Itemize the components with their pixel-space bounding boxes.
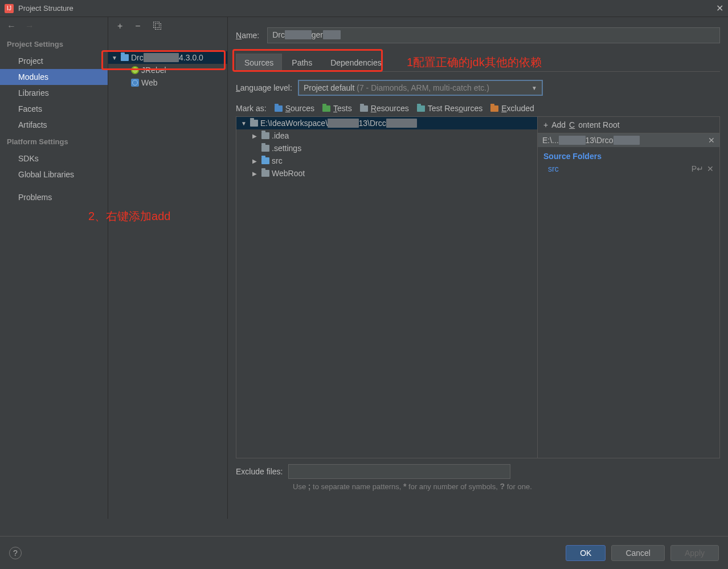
nav-sdks[interactable]: SDKs [0,151,108,166]
remove-root-icon[interactable]: ✕ [708,136,715,145]
nav-artifacts[interactable]: Artifacts [0,117,108,133]
language-level-select[interactable]: Project default (7 - Diamonds, ARM, mult… [298,80,543,96]
expand-arrow-icon[interactable]: ▶ [252,158,259,164]
source-item-settings[interactable]: ▶ .settings [236,142,537,155]
annotation-text-1: 1配置正确的jdk其他的依赖 [407,55,542,70]
source-folders-header: Source Folders [538,147,719,163]
mark-tests[interactable]: Tests [322,104,352,113]
annotation-text-2: 2、右键添加add [88,209,171,224]
nav-libraries[interactable]: Libraries [0,85,108,101]
nav-forward-icon[interactable]: → [25,21,34,31]
tab-paths[interactable]: Paths [283,54,321,71]
excluded-folder-icon [490,105,498,112]
titlebar: IJ Project Structure ✕ [0,0,728,17]
help-icon[interactable]: ? [9,547,22,559]
module-root[interactable]: ▼ Drc________4.3.0.0 [108,51,227,64]
source-item-src[interactable]: ▶ src [236,155,537,167]
source-tree: ▼ E:\IdeaWorkspace\_______13\Drcc_______… [236,117,537,458]
content-area: 2、右键添加add Name: Drc______ger____ Sources… [228,17,728,519]
jrebel-icon [131,66,139,74]
folder-icon [261,170,269,177]
nav-facets[interactable]: Facets [0,101,108,117]
content-root-path[interactable]: E:\...______13\Drco______ ✕ [538,133,719,147]
exclude-hint: Use ; to separate name patterns, * for a… [293,481,720,493]
nav-modules[interactable]: Modules [0,69,108,85]
dialog-footer: ? OK Cancel Apply [0,536,728,569]
resources-folder-icon [360,105,368,112]
window-title: Project Structure [18,4,73,13]
mark-test-resources[interactable]: Test Resources [417,104,483,113]
plus-icon: + [543,120,548,129]
folder-icon [250,120,258,127]
mark-resources[interactable]: Resources [360,104,409,113]
mark-excluded[interactable]: Excluded [490,104,534,113]
remove-sf-icon[interactable]: ✕ [707,164,714,173]
module-child-jrebel[interactable]: JRebel [108,64,227,76]
remove-module-icon[interactable]: − [135,21,140,31]
section-platform-settings: Platform Settings [0,133,108,151]
source-item-idea[interactable]: ▶ .idea [236,129,537,142]
folder-icon [261,145,269,152]
left-sidebar: ← → Project Settings Project Modules Lib… [0,17,108,519]
add-module-icon[interactable]: + [117,21,122,31]
app-icon: IJ [5,4,14,13]
expand-arrow-icon[interactable]: ▶ [252,170,259,177]
language-level-label: Language level: [236,83,292,92]
source-item-webroot[interactable]: ▶ WebRoot [236,167,537,180]
module-tree-column: + − ⿻ ▼ Drc________4.3.0.0 JRebel Web [108,17,228,519]
nav-global-libraries[interactable]: Global Libraries [0,166,108,182]
expand-arrow-icon[interactable]: ▼ [112,55,118,61]
tests-folder-icon [322,105,330,112]
nav-back-icon[interactable]: ← [7,21,16,31]
nav-project[interactable]: Project [0,53,108,69]
expand-arrow-icon[interactable]: ▶ [252,133,259,139]
content-root-panel: + Add Content Root E:\...______13\Drco__… [537,117,719,458]
expand-arrow-icon[interactable]: ▼ [241,120,248,127]
add-content-root-button[interactable]: + Add Content Root [538,117,719,133]
cancel-button[interactable]: Cancel [611,545,665,561]
mark-as-label: Mark as: [236,104,267,113]
folder-icon [261,132,269,139]
name-input[interactable]: Drc______ger____ [267,27,720,43]
copy-module-icon[interactable]: ⿻ [153,21,162,31]
apply-button[interactable]: Apply [670,545,719,561]
edit-prefix-icon[interactable]: P↵ [692,164,704,173]
exclude-input[interactable] [288,464,510,479]
module-child-web[interactable]: Web [108,76,227,89]
tab-sources[interactable]: Sources [236,54,282,71]
test-resources-folder-icon [417,105,425,112]
source-folder-src[interactable]: src P↵✕ [538,163,719,174]
sources-folder-icon [275,105,283,112]
close-icon[interactable]: ✕ [716,3,723,14]
section-project-settings: Project Settings [0,35,108,53]
exclude-label: Exclude files: [236,467,283,476]
name-label: Name: [236,31,259,40]
source-root[interactable]: ▼ E:\IdeaWorkspace\_______13\Drcc_______ [236,117,537,129]
web-icon [131,79,139,87]
chevron-down-icon: ▼ [531,85,537,91]
source-folder-icon [261,157,269,164]
tab-dependencies[interactable]: Dependencies [322,54,390,71]
nav-problems[interactable]: Problems [0,189,108,205]
ok-button[interactable]: OK [566,545,606,561]
module-folder-icon [121,54,129,61]
mark-sources[interactable]: Sources [275,104,314,113]
